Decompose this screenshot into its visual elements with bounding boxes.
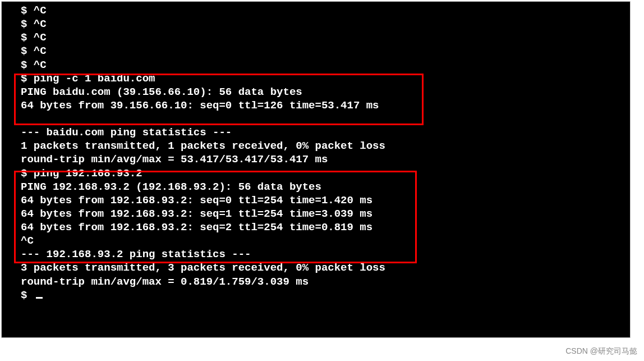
terminal-line: $ ^C bbox=[4, 31, 628, 44]
terminal-line: 1 packets transmitted, 1 packets receive… bbox=[4, 139, 628, 153]
terminal-window[interactable]: $ ^C $ ^C $ ^C $ ^C $ ^C $ ping -c 1 bai… bbox=[1, 1, 631, 338]
terminal-line: round-trip min/avg/max = 53.417/53.417/5… bbox=[4, 153, 628, 166]
terminal-line: 64 bytes from 192.168.93.2: seq=2 ttl=25… bbox=[4, 221, 628, 234]
terminal-line: $ ^C bbox=[4, 58, 628, 72]
terminal-line: --- baidu.com ping statistics --- bbox=[4, 126, 628, 139]
terminal-line: PING baidu.com (39.156.66.10): 56 data b… bbox=[4, 85, 628, 99]
terminal-line: round-trip min/avg/max = 0.819/1.759/3.0… bbox=[4, 275, 628, 289]
terminal-line: $ ^C bbox=[4, 44, 628, 58]
terminal-line: --- 192.168.93.2 ping statistics --- bbox=[4, 248, 628, 261]
cursor-icon bbox=[36, 297, 43, 299]
terminal-line: ^C bbox=[4, 234, 628, 248]
watermark: CSDN @研究司马懿 bbox=[565, 346, 637, 357]
terminal-line: $ ping -c 1 baidu.com bbox=[4, 72, 628, 85]
terminal-line: $ ^C bbox=[4, 17, 628, 31]
terminal-line: PING 192.168.93.2 (192.168.93.2): 56 dat… bbox=[4, 180, 628, 194]
terminal-line: 64 bytes from 192.168.93.2: seq=0 ttl=25… bbox=[4, 194, 628, 207]
terminal-line: 64 bytes from 192.168.93.2: seq=1 ttl=25… bbox=[4, 207, 628, 221]
terminal-line: $ ^C bbox=[4, 4, 628, 17]
prompt-text: $ bbox=[21, 289, 34, 301]
terminal-line: 64 bytes from 39.156.66.10: seq=0 ttl=12… bbox=[4, 99, 628, 112]
terminal-line: $ ping 192.168.93.2 bbox=[4, 167, 628, 180]
terminal-prompt-line[interactable]: $ bbox=[4, 289, 628, 302]
terminal-line bbox=[4, 112, 628, 126]
terminal-line: 3 packets transmitted, 3 packets receive… bbox=[4, 261, 628, 275]
